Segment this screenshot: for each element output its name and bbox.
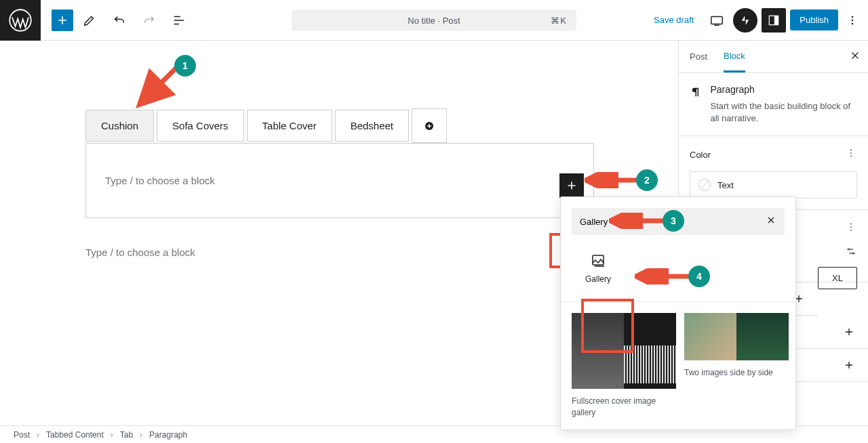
svg-point-13 — [850, 230, 852, 231]
more-options-icon[interactable] — [842, 14, 863, 27]
inserter-block-label: Gallery — [585, 274, 611, 284]
tab-table-cover[interactable]: Table Cover — [247, 110, 332, 142]
breadcrumb-item[interactable]: Post — [14, 430, 30, 440]
block-info-section: Paragraph Start with the basic building … — [679, 73, 868, 136]
svg-point-5 — [852, 19, 854, 21]
block-inserter-toggle[interactable] — [52, 9, 73, 31]
sidebar-tab-post[interactable]: Post — [690, 42, 707, 71]
tab-bedsheet[interactable]: Bedsheet — [335, 110, 409, 142]
document-title-bar[interactable]: No title · Post ⌘K — [292, 9, 576, 30]
color-swatch-none — [698, 179, 711, 191]
breadcrumb-sep: › — [140, 430, 142, 440]
inserter-clear-icon[interactable] — [766, 215, 776, 228]
breadcrumb-sep: › — [111, 430, 113, 440]
paragraph-icon — [690, 84, 702, 100]
undo-icon[interactable] — [106, 7, 133, 34]
block-description: Start with the basic building block of a… — [710, 100, 857, 125]
breadcrumb-item[interactable]: Paragraph — [149, 430, 187, 440]
wordpress-logo[interactable] — [0, 0, 41, 41]
document-overview-icon[interactable] — [165, 7, 193, 34]
breadcrumb-sep: › — [37, 430, 39, 440]
inserter-block-gallery[interactable]: Gallery — [572, 246, 625, 291]
color-options-icon[interactable] — [845, 147, 857, 162]
editor-top-bar: No title · Post ⌘K Save draft Publish — [0, 0, 868, 41]
breadcrumb-item[interactable]: Tabbed Content — [46, 430, 104, 440]
svg-rect-1 — [711, 16, 723, 24]
pattern-two-images[interactable]: Two images side by side — [684, 313, 789, 419]
text-color-option[interactable]: Text — [690, 171, 857, 198]
svg-point-9 — [850, 152, 852, 154]
command-shortcut: ⌘K — [551, 15, 567, 25]
block-placeholder[interactable]: Type / to choose a block — [105, 175, 574, 186]
edit-mode-icon[interactable] — [76, 7, 103, 34]
tabbed-content-tabs: Cushion Sofa Covers Table Cover Bedsheet — [85, 108, 678, 143]
sidebar-close-icon[interactable] — [849, 49, 861, 64]
tab-cushion[interactable]: Cushion — [85, 110, 154, 142]
svg-point-10 — [850, 156, 852, 157]
tab-content-area[interactable]: Type / to choose a block — [85, 143, 594, 218]
tab-sofa-covers[interactable]: Sofa Covers — [157, 110, 244, 142]
settings-slider-icon[interactable] — [845, 245, 857, 257]
pattern-fullscreen-gallery[interactable]: Fullscreen cover image gallery — [572, 313, 676, 419]
svg-rect-3 — [774, 16, 778, 24]
svg-point-8 — [850, 150, 852, 151]
breadcrumb-item[interactable]: Tab — [120, 430, 133, 440]
inserter-search-input[interactable] — [580, 217, 766, 227]
add-block-button[interactable] — [559, 173, 584, 198]
add-control-icon[interactable] — [841, 324, 857, 340]
svg-point-12 — [850, 226, 852, 228]
add-control-icon[interactable] — [841, 357, 857, 373]
settings-sidebar-toggle[interactable] — [762, 8, 786, 33]
pattern-label: Two images side by side — [684, 367, 789, 379]
sidebar-tab-block[interactable]: Block — [724, 41, 745, 72]
publish-button[interactable]: Publish — [790, 9, 838, 30]
size-xl-button[interactable]: XL — [818, 267, 857, 289]
sidebar-tab-row: Post Block — [679, 41, 868, 73]
text-color-label: Text — [717, 180, 734, 190]
preview-icon[interactable] — [705, 8, 729, 33]
document-title: No title · Post — [408, 15, 460, 25]
redo-icon[interactable] — [136, 7, 163, 34]
add-tab-button[interactable] — [412, 108, 447, 143]
color-label: Color — [690, 150, 711, 160]
svg-point-6 — [852, 22, 854, 24]
svg-point-11 — [850, 224, 852, 225]
inserter-search[interactable] — [572, 208, 785, 235]
block-inserter-popover: Gallery Fullscreen cover image gallery T… — [560, 196, 796, 430]
svg-point-4 — [852, 16, 854, 18]
block-name: Paragraph — [710, 84, 857, 95]
typography-options-icon[interactable] — [845, 221, 857, 236]
jetpack-icon[interactable] — [733, 8, 757, 33]
inserter-patterns: Fullscreen cover image gallery Two image… — [561, 301, 795, 429]
save-draft-button[interactable]: Save draft — [647, 11, 701, 29]
pattern-label: Fullscreen cover image gallery — [572, 396, 676, 419]
